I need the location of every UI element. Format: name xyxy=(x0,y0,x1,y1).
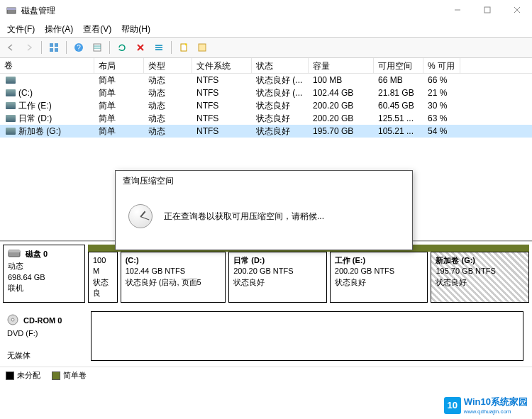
cell-capacity: 200.20 GB xyxy=(309,100,374,111)
menu-help[interactable]: 帮助(H) xyxy=(117,22,155,37)
disk0-partitions: 100 M状态良(C:)102.44 GB NTFS状态良好 (启动, 页面5日… xyxy=(88,245,529,303)
cell-fs: NTFS xyxy=(192,87,252,99)
disk0-row: 磁盘 0 动态 698.64 GB 联机 100 M状态良(C:)102.44 … xyxy=(0,242,532,306)
volume-row[interactable]: 简单动态NTFS状态良好 (...100 MB66 MB66 % xyxy=(0,74,532,86)
volume-row[interactable]: 新加卷 (G:)简单动态NTFS状态良好195.70 GB105.21 ...5… xyxy=(0,125,532,138)
drive-icon xyxy=(6,115,16,122)
volume-row[interactable]: (C:)简单动态NTFS状态良好 (...102.44 GB21.81 GB21… xyxy=(0,86,532,99)
disk-icon xyxy=(8,248,21,261)
partition-title: 日常 (D:) xyxy=(233,255,322,266)
list-button[interactable] xyxy=(151,40,167,55)
nav-forward-button[interactable] xyxy=(21,40,37,55)
cell-free: 21.81 GB xyxy=(374,87,423,99)
col-status[interactable]: 状态 xyxy=(252,58,309,73)
menubar: 文件(F) 操作(A) 查看(V) 帮助(H) xyxy=(0,21,532,37)
volume-name: (C:) xyxy=(18,88,33,98)
minimize-button[interactable] xyxy=(443,0,472,20)
volume-name: 日常 (D:) xyxy=(18,113,52,125)
nav-back-button[interactable] xyxy=(3,40,18,55)
cell-pct: 54 % xyxy=(423,125,460,137)
svg-rect-12 xyxy=(94,44,101,51)
svg-rect-1 xyxy=(7,8,16,10)
partition-line2: 状态良 xyxy=(93,277,113,299)
col-pct[interactable]: % 可用 xyxy=(423,58,460,73)
cdrom-status: 无媒体 xyxy=(7,351,31,359)
col-layout[interactable]: 布局 xyxy=(94,58,144,73)
cell-pct: 30 % xyxy=(423,100,460,111)
cell-type: 动态 xyxy=(144,112,192,125)
partition[interactable]: (C:)102.44 GB NTFS状态良好 (启动, 页面5 xyxy=(121,252,226,303)
properties-button[interactable] xyxy=(194,40,210,55)
legend-unalloc-swatch xyxy=(6,371,14,380)
volume-row[interactable]: 日常 (D:)简单动态NTFS状态良好200.20 GB125.51 ...63… xyxy=(0,112,532,125)
cdrom-sub: DVD (F:) xyxy=(7,329,38,337)
maximize-button[interactable] xyxy=(472,0,502,20)
cell-status: 状态良好 (... xyxy=(252,74,309,87)
svg-rect-9 xyxy=(55,48,58,52)
dialog-message: 正在查询卷以获取可用压缩空间，请稍候... xyxy=(164,211,324,223)
delete-button[interactable] xyxy=(133,40,148,55)
cell-pct: 66 % xyxy=(423,74,460,86)
cell-free: 105.21 ... xyxy=(374,125,423,137)
cell-fs: NTFS xyxy=(192,113,252,124)
close-button[interactable] xyxy=(502,0,532,20)
partition-line1: 200.20 GB NTFS xyxy=(233,266,322,276)
col-capacity[interactable]: 容量 xyxy=(309,58,374,73)
menu-file[interactable]: 文件(F) xyxy=(3,22,39,37)
footer-logo: 10 Win10系统家园 www.qdhuajin.com xyxy=(444,396,528,415)
cell-free: 66 MB xyxy=(374,74,423,86)
partition[interactable]: 新加卷 (G:)195.70 GB NTFS状态良好 xyxy=(431,252,529,303)
cell-type: 动态 xyxy=(144,86,192,100)
col-type[interactable]: 类型 xyxy=(144,58,192,73)
partition-line2: 状态良好 (启动, 页面5 xyxy=(126,277,221,288)
settings-button[interactable] xyxy=(89,40,105,55)
disk0-type: 动态 xyxy=(8,262,23,270)
footer-badge: 10 xyxy=(444,397,461,414)
refresh-button[interactable] xyxy=(114,40,130,55)
col-volume[interactable]: 卷 xyxy=(0,58,94,73)
grid-view-button[interactable] xyxy=(46,40,62,55)
drive-icon xyxy=(6,102,16,109)
svg-rect-8 xyxy=(50,48,53,52)
cell-layout: 简单 xyxy=(94,74,144,87)
toolbar: ? xyxy=(0,37,532,58)
cell-capacity: 200.20 GB xyxy=(309,113,374,124)
disk0-size: 698.64 GB xyxy=(8,273,45,281)
partition[interactable]: 工作 (E:)200.20 GB NTFS状态良好 xyxy=(330,252,428,303)
cell-layout: 简单 xyxy=(94,99,144,113)
partition-line1: 195.70 GB NTFS xyxy=(436,266,524,276)
volume-list-header: 卷 布局 类型 文件系统 状态 容量 可用空间 % 可用 xyxy=(0,58,532,74)
cell-type: 动态 xyxy=(144,125,192,138)
menu-view[interactable]: 查看(V) xyxy=(79,22,116,37)
disk0-header[interactable]: 磁盘 0 动态 698.64 GB 联机 xyxy=(3,245,85,303)
cell-type: 动态 xyxy=(144,74,192,87)
svg-text:?: ? xyxy=(77,44,81,52)
cell-pct: 21 % xyxy=(423,87,460,99)
cdrom-area xyxy=(91,311,523,362)
svg-point-25 xyxy=(11,318,14,321)
cell-layout: 简单 xyxy=(94,112,144,125)
partition-title: 工作 (E:) xyxy=(335,255,423,266)
dialog-title: 查询压缩空间 xyxy=(116,171,412,191)
col-free[interactable]: 可用空间 xyxy=(374,58,423,73)
legend-simple-swatch xyxy=(52,371,60,380)
svg-rect-23 xyxy=(9,250,20,252)
volume-row[interactable]: 工作 (E:)简单动态NTFS状态良好200.20 GB60.45 GB30 % xyxy=(0,99,532,112)
footer-url: www.qdhuajin.com xyxy=(464,408,528,415)
cell-capacity: 100 MB xyxy=(309,74,374,86)
new-button[interactable] xyxy=(176,40,192,55)
col-fs[interactable]: 文件系统 xyxy=(192,58,252,73)
cell-pct: 63 % xyxy=(423,113,460,124)
cell-capacity: 195.70 GB xyxy=(309,125,374,137)
query-shrink-dialog: 查询压缩空间 正在查询卷以获取可用压缩空间，请稍候... xyxy=(115,170,413,250)
partition[interactable]: 日常 (D:)200.20 GB NTFS状态良好 xyxy=(228,252,327,303)
partition[interactable]: 100 M状态良 xyxy=(88,252,118,303)
cdrom-header[interactable]: CD-ROM 0 DVD (F:) 无媒体 xyxy=(3,308,85,364)
legend-simple-label: 简单卷 xyxy=(63,370,87,381)
help-icon-button[interactable]: ? xyxy=(71,40,87,55)
svg-rect-21 xyxy=(199,44,206,51)
partition-line1: 102.44 GB NTFS xyxy=(126,266,221,276)
clock-icon xyxy=(128,204,153,228)
drive-icon xyxy=(6,77,16,84)
menu-action[interactable]: 操作(A) xyxy=(40,22,77,37)
